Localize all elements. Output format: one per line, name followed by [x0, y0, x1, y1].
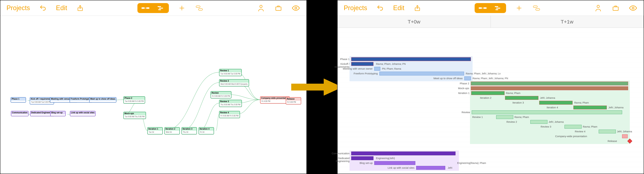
gantt-row-label: Iteration 2	[480, 96, 491, 99]
gantt-row: Iteration 3Ravna; Pham	[338, 101, 644, 105]
svg-point-28	[632, 7, 634, 9]
node-comp[interactable]: Company-wide presentationFri 4:00 PM	[260, 96, 290, 104]
svg-rect-5	[159, 8, 163, 9]
gantt-bar[interactable]	[564, 125, 582, 129]
projects-button[interactable]: Projects	[344, 4, 367, 12]
gantt-bar[interactable]	[351, 156, 374, 160]
node-rev4[interactable]: Review 4Fri 9:00 AM Fri 5:00 PM	[219, 111, 240, 118]
node-soc[interactable]: Link up with social sites	[70, 111, 96, 116]
edit-button[interactable]: Edit	[393, 4, 404, 12]
node-rel[interactable]: ReleaseFri 5:00 PM	[286, 97, 301, 104]
eye-icon[interactable]	[628, 4, 638, 13]
gantt-row-label: Iteration 1	[458, 92, 470, 95]
node-it2[interactable]: Iteration 2Wed 2d	[164, 127, 180, 134]
node-rev1[interactable]: Review 1Tue 9:00 AM Tue 5:00 PM	[219, 69, 242, 76]
node-rev2[interactable]: Review 2Wed 9:00 AM Wed 5:00717property	[219, 79, 249, 86]
gantt-bar[interactable]	[374, 161, 415, 165]
node-phase1[interactable]: Phase 1	[10, 97, 26, 103]
node-mock[interactable]: Mock-upsTue 9:00 AM Thu 5:00 PM	[124, 112, 146, 119]
gantt-row-label: Blog set-up	[360, 161, 372, 164]
undo-icon[interactable]	[376, 4, 384, 13]
gantt-bar[interactable]	[380, 72, 464, 75]
gantt-bar[interactable]	[505, 96, 538, 100]
node-rev3[interactable]: Review 3Thu 9:00 AM Thu 5:00 PM	[219, 100, 242, 107]
gantt-bar[interactable]	[471, 91, 504, 95]
person-icon[interactable]	[594, 4, 603, 13]
gantt-bar[interactable]	[599, 130, 616, 133]
node-show[interactable]: Meet up to show off ideas	[89, 97, 116, 103]
gantt-bar[interactable]	[496, 115, 513, 119]
gantt-row: Meeting with venue ownerPN; Pham; Ravna	[338, 66, 644, 71]
gantt-row: Release	[338, 139, 644, 143]
gantt-row: Iteration 2Jefri; Johanna	[338, 96, 644, 100]
add-icon[interactable]	[514, 4, 524, 13]
gantt-canvas[interactable]: Phase 1Kickoff / requirementsRavna; Pham…	[338, 28, 644, 174]
gantt-mode-icon[interactable]	[490, 4, 506, 13]
add-icon[interactable]	[178, 4, 186, 13]
gantt-assignee-label: Engineering(Jefri)	[376, 157, 395, 160]
group-icon[interactable]	[532, 4, 541, 13]
gantt-mode-icon[interactable]	[153, 4, 168, 13]
gantt-row-label: Mock-ups	[458, 87, 469, 90]
view-mode-toggle[interactable]	[138, 3, 169, 13]
timeline-col-0: T+0w	[338, 16, 491, 28]
gantt-row: Company-wide presentation	[338, 134, 644, 138]
node-comm[interactable]: Communication	[11, 111, 28, 116]
network-mode-icon[interactable]	[138, 4, 153, 13]
node-it3[interactable]: Iteration 3Thu 2d	[182, 127, 197, 134]
person-icon[interactable]	[256, 4, 266, 13]
svg-rect-21	[496, 9, 498, 10]
gantt-row: Review	[338, 110, 644, 115]
gantt-row-label: Release	[608, 140, 617, 142]
gantt-bar[interactable]	[574, 106, 607, 109]
toolbar: Projects Edit	[338, 0, 644, 16]
gantt-row: Review 3Ravna; Pham	[338, 124, 644, 129]
gantt-bar[interactable]	[622, 134, 628, 138]
network-canvas[interactable]: Phase 1Kick off / requirementsTue 9:00 A…	[0, 16, 306, 174]
gantt-row: Link up with social sitesJefri	[338, 165, 644, 170]
view-mode-toggle[interactable]	[475, 3, 506, 13]
node-it4[interactable]: Iteration 4Fri 2d	[198, 127, 214, 134]
svg-rect-25	[536, 9, 540, 10]
gantt-assignee-label: Jefri; Johanna	[540, 97, 555, 99]
gantt-row-label: Freeform Prototyping	[354, 72, 378, 75]
gantt-bar[interactable]	[539, 101, 572, 105]
gantt-bar[interactable]	[530, 120, 548, 124]
gantt-bar[interactable]	[351, 57, 471, 61]
gantt-row: Blog set-upEngineering(Ravna); Pham	[338, 161, 644, 165]
share-icon[interactable]	[76, 4, 84, 13]
node-phase2[interactable]: Phase 2Tue 9:00 AM Fri 5:00 PM	[124, 96, 145, 104]
share-icon[interactable]	[413, 4, 422, 13]
svg-rect-27	[613, 7, 618, 11]
node-blog[interactable]: Blog set-up	[50, 111, 66, 116]
svg-rect-9	[196, 6, 200, 8]
gantt-assignee-label: Ravna; Pham; Jefri; Johanna; PN	[472, 77, 508, 80]
briefcase-icon[interactable]	[611, 4, 620, 13]
projects-button[interactable]: Projects	[6, 4, 30, 12]
gantt-row-label: Meeting with venue owner	[343, 67, 372, 70]
gantt-view-pane: Projects Edit	[337, 0, 644, 174]
gantt-row-label: Communication	[332, 152, 350, 155]
gantt-bar[interactable]	[464, 76, 471, 80]
node-rev[interactable]: ReviewFri 9:00 AM Fri 5:00 PM	[210, 91, 232, 98]
network-view-pane: Projects Edit	[0, 0, 307, 174]
gantt-bar[interactable]	[471, 86, 628, 90]
group-icon[interactable]	[195, 4, 204, 13]
gantt-bar[interactable]	[351, 62, 374, 66]
network-mode-icon[interactable]	[475, 4, 490, 13]
svg-rect-2	[146, 7, 150, 9]
gantt-row-label: Phase 1	[340, 58, 350, 60]
node-it1[interactable]: Iteration 1Tue 2d	[147, 127, 163, 134]
gantt-bar[interactable]	[351, 151, 456, 155]
undo-icon[interactable]	[38, 4, 47, 13]
gantt-bar[interactable]	[374, 67, 380, 71]
gantt-bar[interactable]	[416, 166, 445, 170]
gantt-bar[interactable]	[471, 81, 628, 85]
gantt-assignee-label: Jefri; Johanna	[608, 106, 624, 109]
briefcase-icon[interactable]	[274, 4, 283, 13]
edit-button[interactable]: Edit	[56, 4, 67, 12]
eye-icon[interactable]	[292, 4, 300, 13]
milestone-icon[interactable]	[628, 139, 632, 143]
gantt-bar[interactable]	[472, 110, 622, 114]
gantt-row-label: Review 4	[575, 130, 586, 133]
